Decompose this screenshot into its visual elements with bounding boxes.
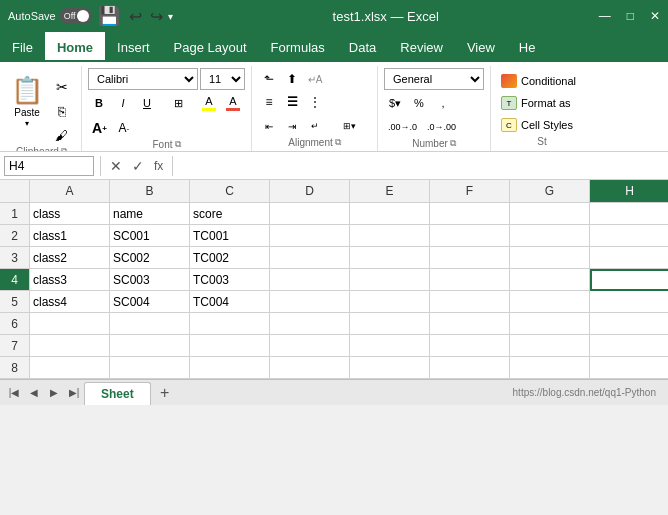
align-center-button[interactable]: ☰ [281,91,303,113]
maximize-button[interactable]: □ [627,9,634,23]
row-header-6[interactable]: 6 [0,313,30,335]
cell-E4[interactable] [350,269,430,291]
cell-H7[interactable] [590,335,668,357]
cell-E2[interactable] [350,225,430,247]
tab-nav-last[interactable]: ▶| [64,380,84,405]
menu-insert[interactable]: Insert [105,32,162,62]
align-top-center-button[interactable]: ⬆ [281,68,303,90]
conditional-formatting-button[interactable]: Conditional [497,72,580,90]
menu-home[interactable]: Home [45,32,105,62]
menu-page-layout[interactable]: Page Layout [162,32,259,62]
row-header-5[interactable]: 5 [0,291,30,313]
col-header-A[interactable]: A [30,180,110,202]
menu-file[interactable]: File [0,32,45,62]
cell-E7[interactable] [350,335,430,357]
align-top-right-button[interactable]: ↵A [304,68,326,90]
cell-A4[interactable]: class3 [30,269,110,291]
row-header-4[interactable]: 4 [0,269,30,291]
cell-reference-box[interactable]: H4 [4,156,94,176]
cell-E3[interactable] [350,247,430,269]
cell-H8[interactable] [590,357,668,379]
cell-D4[interactable] [270,269,350,291]
menu-view[interactable]: View [455,32,507,62]
save-icon[interactable]: 💾 [98,5,120,27]
cell-E5[interactable] [350,291,430,313]
cell-D5[interactable] [270,291,350,313]
menu-formulas[interactable]: Formulas [259,32,337,62]
cell-H2[interactable] [590,225,668,247]
cell-B6[interactable] [110,313,190,335]
cell-A7[interactable] [30,335,110,357]
cell-F1[interactable] [430,203,510,225]
close-button[interactable]: ✕ [650,9,660,23]
cell-D3[interactable] [270,247,350,269]
align-left-button[interactable]: ≡ [258,91,280,113]
cell-G3[interactable] [510,247,590,269]
cell-C5[interactable]: TC004 [190,291,270,313]
fill-color-button[interactable]: A [198,92,220,114]
tab-nav-next[interactable]: ▶ [44,380,64,405]
undo-button[interactable]: ↩ [126,5,145,28]
cell-A5[interactable]: class4 [30,291,110,313]
cell-G2[interactable] [510,225,590,247]
cell-B2[interactable]: SC001 [110,225,190,247]
cell-H3[interactable] [590,247,668,269]
cell-B3[interactable]: SC002 [110,247,190,269]
cell-G4[interactable] [510,269,590,291]
quick-access-more[interactable]: ▾ [168,11,173,22]
cell-G6[interactable] [510,313,590,335]
formula-input[interactable] [179,156,664,176]
col-header-D[interactable]: D [270,180,350,202]
cell-G7[interactable] [510,335,590,357]
cell-B1[interactable]: name [110,203,190,225]
decrease-size-button[interactable]: A- [113,117,135,139]
cell-G5[interactable] [510,291,590,313]
menu-review[interactable]: Review [388,32,455,62]
cell-B7[interactable] [110,335,190,357]
cell-A8[interactable] [30,357,110,379]
align-top-left-button[interactable]: ⬑ [258,68,280,90]
cell-C2[interactable]: TC001 [190,225,270,247]
border-button[interactable]: ⊞ [167,92,189,114]
redo-button[interactable]: ↪ [147,5,166,28]
col-header-G[interactable]: G [510,180,590,202]
sheet-tab-sheet[interactable]: Sheet [84,382,151,405]
insert-function-button[interactable]: fx [151,159,166,173]
minimize-button[interactable]: — [599,9,611,23]
cell-H5[interactable] [590,291,668,313]
bold-button[interactable]: B [88,92,110,114]
cell-H1[interactable] [590,203,668,225]
merge-button[interactable]: ⊞▾ [327,115,371,137]
increase-size-button[interactable]: A+ [88,117,111,139]
menu-data[interactable]: Data [337,32,388,62]
cell-C7[interactable] [190,335,270,357]
col-header-C[interactable]: C [190,180,270,202]
cell-A6[interactable] [30,313,110,335]
row-header-7[interactable]: 7 [0,335,30,357]
col-header-B[interactable]: B [110,180,190,202]
decrease-indent-button[interactable]: ⇤ [258,115,280,137]
cell-C6[interactable] [190,313,270,335]
italic-button[interactable]: I [112,92,134,114]
cell-C4[interactable]: TC003 [190,269,270,291]
cell-styles-button[interactable]: C Cell Styles [497,116,577,134]
currency-button[interactable]: $▾ [384,92,406,114]
cell-G8[interactable] [510,357,590,379]
tab-nav-prev[interactable]: ◀ [24,380,44,405]
format-painter-button[interactable]: 🖌 [48,124,75,146]
cut-button[interactable]: ✂ [48,76,75,98]
alignment-expand-icon[interactable]: ⧉ [335,137,341,148]
comma-button[interactable]: , [432,92,454,114]
cell-C8[interactable] [190,357,270,379]
font-family-select[interactable]: Calibri [88,68,198,90]
percent-button[interactable]: % [408,92,430,114]
underline-button[interactable]: U [136,92,158,114]
copy-button[interactable]: ⎘ [48,100,75,122]
col-header-E[interactable]: E [350,180,430,202]
font-size-select[interactable]: 11 [200,68,245,90]
cell-C1[interactable]: score [190,203,270,225]
cell-B5[interactable]: SC004 [110,291,190,313]
row-header-3[interactable]: 3 [0,247,30,269]
increase-indent-button[interactable]: ⇥ [281,115,303,137]
cell-H4[interactable] [590,269,668,291]
